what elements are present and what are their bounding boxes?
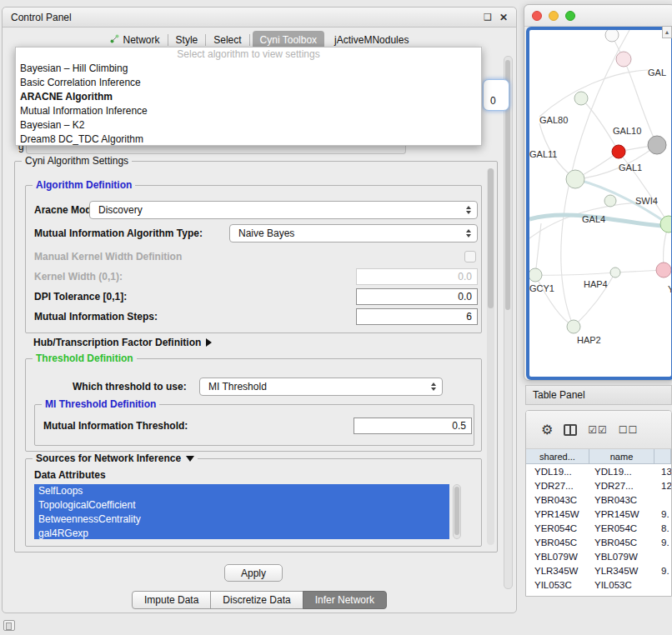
network-node[interactable] — [605, 30, 619, 42]
minimized-panel-icon[interactable] — [3, 620, 15, 631]
table-row[interactable]: YBR045CYBR045C9. — [526, 535, 671, 549]
apply-button-label: Apply — [241, 568, 266, 579]
mi-threshold-input[interactable]: 0.5 — [354, 418, 472, 434]
kernel-width-input[interactable]: 0.0 — [356, 268, 478, 285]
sources-title[interactable]: Sources for Network Inference — [33, 452, 198, 464]
table-cell: YBL079W — [589, 549, 654, 563]
network-tab-icon — [110, 34, 119, 46]
hub-definition-section[interactable]: Hub/Transcription Factor Definition — [33, 337, 212, 348]
network-node-label: GAL4 — [582, 214, 605, 224]
obscured-spinner[interactable]: 0 — [483, 79, 509, 111]
table-row[interactable]: YBL079WYBL079W — [526, 549, 671, 563]
mi-type-select[interactable]: Naive Bayes — [229, 224, 478, 242]
cyni-settings-title: Cyni Algorithm Settings — [22, 155, 132, 167]
attribute-item[interactable]: SelfLoops — [34, 484, 449, 498]
attributes-scrollbar-thumb[interactable] — [454, 487, 459, 535]
table-cell: YPR145W — [526, 507, 589, 521]
network-node[interactable] — [612, 145, 625, 158]
dpi-tolerance-label: DPI Tolerance [0,1]: — [34, 291, 127, 302]
table-panel-titlebar[interactable]: Table Panel — [525, 385, 672, 405]
network-node-labels: GALGAL80GAL10GAL11GAL1SWI4GAL4GCY1HAP4YH… — [529, 68, 671, 345]
table-row[interactable]: YPR145WYPR145W9. — [526, 507, 671, 521]
column-header[interactable] — [654, 449, 671, 463]
table-panel-title: Table Panel — [533, 389, 585, 401]
algorithm-option[interactable]: Basic Correlation Inference — [16, 76, 481, 90]
algorithm-option[interactable]: Mutual Information Inference — [16, 104, 481, 118]
hub-definition-label: Hub/Transcription Factor Definition — [33, 337, 201, 348]
network-graph: GALGAL80GAL10GAL11GAL1SWI4GAL4GCY1HAP4YH… — [529, 30, 671, 377]
table-cell: YBR043C — [526, 492, 589, 507]
panel-scrollbar[interactable] — [504, 56, 513, 589]
network-node[interactable] — [574, 92, 588, 105]
table-cell: 13 — [654, 464, 671, 478]
close-window-icon[interactable] — [532, 11, 542, 21]
network-node[interactable] — [610, 268, 620, 278]
network-node[interactable] — [656, 262, 671, 278]
table-row[interactable]: YDL19...YDL19...13 — [526, 464, 671, 478]
tab-impute-data[interactable]: Impute Data — [132, 591, 211, 609]
network-node[interactable] — [604, 195, 616, 207]
network-window-titlebar[interactable] — [524, 5, 672, 27]
algorithm-option[interactable]: ARACNE Algorithm — [16, 90, 481, 104]
network-node[interactable] — [566, 170, 584, 188]
network-canvas[interactable]: GALGAL80GAL10GAL11GAL1SWI4GAL4GCY1HAP4YH… — [526, 27, 672, 380]
table-cell — [654, 492, 671, 507]
close-panel-icon[interactable]: ✕ — [499, 12, 508, 23]
mi-steps-input[interactable]: 6 — [356, 308, 478, 325]
table-cell: YDL19... — [589, 464, 654, 478]
data-attributes-list[interactable]: SelfLoopsTopologicalCoefficientBetweenne… — [34, 484, 449, 539]
network-node-label: SWI4 — [635, 196, 658, 206]
algorithm-option[interactable]: Bayesian – K2 — [16, 118, 481, 132]
select-all-checks-icon[interactable]: ☑☑ — [588, 424, 608, 436]
table-header: shared... name — [526, 449, 671, 464]
settings-scrollbar-thumb[interactable] — [488, 168, 494, 308]
algorithm-option[interactable]: Bayesian – Hill Climbing — [16, 62, 481, 76]
network-node-label: GAL1 — [619, 162, 642, 172]
column-header[interactable]: shared... — [526, 449, 589, 463]
bottom-tabbar: Impute Data Discretize Data Infer Networ… — [3, 591, 516, 609]
collapse-caret-icon — [186, 456, 194, 462]
column-browser-icon[interactable] — [564, 424, 577, 436]
attributes-scrollbar[interactable] — [453, 484, 461, 539]
threshold-type-select[interactable]: MI Threshold — [199, 378, 443, 396]
tab-discretize-data[interactable]: Discretize Data — [210, 591, 303, 609]
table-row[interactable]: YBR043CYBR043C — [526, 492, 671, 507]
tab-infer-network[interactable]: Infer Network — [303, 591, 387, 609]
manual-kernel-checkbox[interactable] — [464, 251, 476, 262]
cyni-settings-group: Cyni Algorithm Settings Algorithm Defini… — [14, 161, 498, 552]
minimize-window-icon[interactable] — [549, 11, 559, 21]
network-node[interactable] — [648, 136, 666, 154]
table-window: ⚙ ☑☑ ☐☐ shared... name YDL19...YDL19...1… — [525, 410, 672, 597]
attribute-item[interactable]: TopologicalCoefficient — [34, 498, 449, 512]
table-cell: 12 — [654, 478, 671, 492]
network-node[interactable] — [529, 268, 542, 282]
aracne-mode-select[interactable]: Discovery — [89, 201, 478, 219]
apply-button[interactable]: Apply — [224, 564, 283, 582]
table-row[interactable]: YDR27...YDR27...12 — [526, 478, 671, 492]
control-panel-titlebar[interactable]: Control Panel ❑ ✕ — [3, 8, 516, 28]
table-row[interactable]: YIL053CYIL053C — [526, 578, 671, 592]
table-row[interactable]: YER054CYER054C8. — [526, 521, 671, 535]
which-threshold-label: Which threshold to use: — [73, 381, 187, 392]
column-header[interactable]: name — [589, 449, 654, 463]
attribute-item[interactable]: BetweennessCentrality — [34, 512, 449, 527]
table-toolbar: ⚙ ☑☑ ☐☐ — [526, 411, 671, 449]
sources-title-label: Sources for Network Inference — [36, 452, 181, 464]
settings-gear-icon[interactable]: ⚙ — [541, 422, 553, 438]
network-node[interactable] — [567, 320, 580, 333]
zoom-window-icon[interactable] — [565, 11, 575, 21]
float-panel-icon[interactable]: ❑ — [484, 12, 492, 23]
table-cell: 9. — [654, 507, 671, 521]
network-scrollbar-stub[interactable]: ▲ — [662, 26, 672, 38]
algorithm-dropdown-list[interactable]: Select algorithm to view settings Bayesi… — [15, 47, 482, 146]
algorithm-option[interactable]: Dream8 DC_TDC Algorithm — [16, 132, 481, 147]
network-node[interactable] — [616, 52, 631, 67]
attribute-item[interactable]: gal4RGexp — [34, 527, 449, 539]
table-row[interactable]: YLR345WYLR345W9. — [526, 563, 671, 578]
table-cell: 9. — [654, 563, 671, 578]
settings-scrollbar[interactable] — [487, 168, 494, 545]
deselect-all-checks-icon[interactable]: ☐☐ — [619, 424, 639, 436]
dpi-tolerance-input[interactable]: 0.0 — [356, 288, 478, 305]
tab-label: Network — [123, 34, 160, 46]
table-cell: YDL19... — [526, 464, 589, 478]
